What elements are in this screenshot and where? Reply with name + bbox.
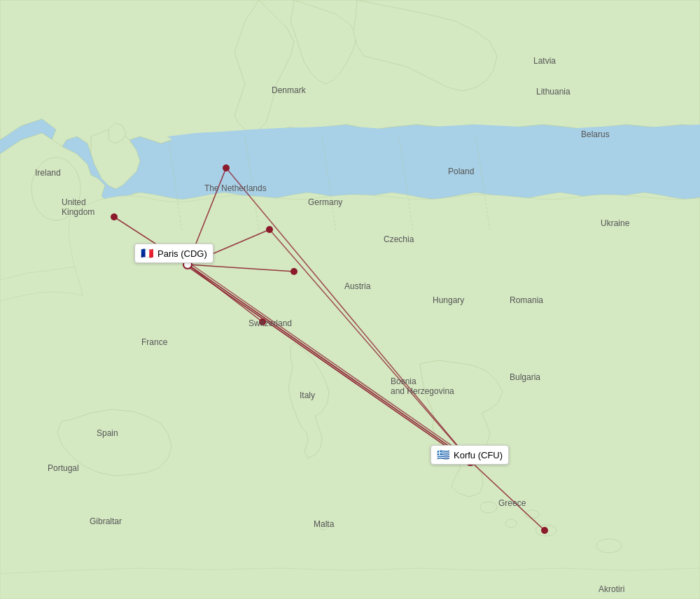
map-container: Ireland UnitedKingdom Denmark Latvia Lit… xyxy=(0,0,700,599)
svg-point-3 xyxy=(505,519,517,528)
svg-point-24 xyxy=(290,268,298,275)
svg-point-26 xyxy=(183,260,192,269)
svg-point-7 xyxy=(596,539,622,553)
svg-point-27 xyxy=(466,457,475,465)
svg-point-6 xyxy=(319,523,328,530)
svg-point-22 xyxy=(223,164,230,171)
svg-point-21 xyxy=(111,213,118,220)
svg-point-23 xyxy=(266,226,273,233)
svg-point-25 xyxy=(259,318,266,325)
svg-point-2 xyxy=(480,502,497,513)
map-svg xyxy=(0,0,700,599)
svg-point-28 xyxy=(541,527,548,534)
svg-point-1 xyxy=(31,157,80,220)
